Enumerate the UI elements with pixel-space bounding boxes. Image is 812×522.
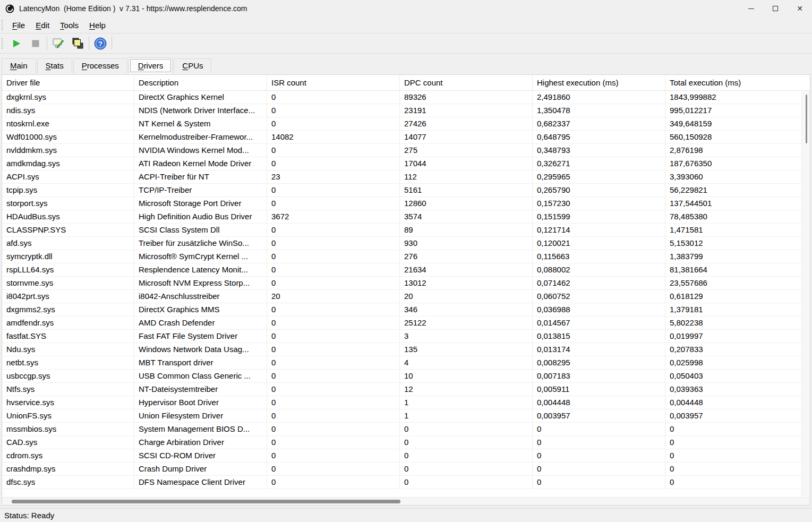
table-row[interactable]: dfsc.sysDFS Namespace Client Driver0000 [2, 476, 810, 489]
tab-cpus[interactable]: CPUs [174, 58, 211, 73]
table-cell: 4 [400, 356, 533, 369]
table-cell: 0 [267, 330, 400, 343]
table-row[interactable]: afd.sysTreiber für zusätzliche WinSo...0… [2, 237, 810, 250]
column-header-highest-execution-ms[interactable]: Highest execution (ms) [533, 75, 665, 90]
table-cell: 0,013815 [533, 330, 665, 343]
table-cell: 0 [267, 463, 400, 475]
table-row[interactable]: ACPI.sysACPI-Treiber für NT231120,295965… [2, 170, 810, 184]
table-cell: 187,676350 [665, 157, 810, 170]
menu-item-tools[interactable]: Tools [55, 19, 84, 31]
table-row[interactable]: hvservice.sysHypervisor Boot Driver010,0… [2, 396, 810, 409]
column-header-dpc-count[interactable]: DPC count [400, 75, 533, 90]
column-header-description[interactable]: Description [134, 75, 267, 90]
table-cell: Treiber für zusätzliche WinSo... [134, 237, 267, 250]
table-row[interactable]: ntoskrnl.exeNT Kernel & System0274260,68… [2, 117, 810, 131]
table-row[interactable]: mssmbios.sysSystem Management BIOS D...0… [2, 423, 810, 436]
status-bar: Status: Ready [0, 508, 812, 522]
horizontal-scrollbar[interactable] [2, 497, 810, 505]
table-cell: 0 [400, 476, 533, 489]
table-row[interactable]: ndis.sysNDIS (Network Driver Interface..… [2, 104, 810, 117]
table-cell: i8042-Anschlusstreiber [134, 290, 267, 303]
table-row[interactable]: netbt.sysMBT Transport driver040,0082950… [2, 356, 810, 370]
table-cell: HDAudBus.sys [2, 210, 134, 223]
table-row[interactable]: amdfendr.sysAMD Crash Defender0251220,01… [2, 316, 810, 330]
vertical-scrollbar-thumb[interactable] [806, 95, 807, 143]
close-icon: ✕ [797, 5, 803, 12]
table-cell: 0,025998 [665, 356, 810, 369]
column-header-total-execution-ms[interactable]: Total execution (ms) [665, 75, 810, 90]
table-cell: ntoskrnl.exe [2, 117, 134, 130]
toolbar-gripper-handle[interactable] [2, 38, 4, 49]
table-row[interactable]: crashdmp.sysCrash Dump Driver0000 [2, 463, 810, 476]
table-row[interactable]: Ndu.sysWindows Network Data Usag...01350… [2, 343, 810, 356]
table-cell: ATI Radeon Kernel Mode Driver [134, 157, 267, 170]
table-row[interactable]: stornvme.sysMicrosoft NVM Express Storp.… [2, 277, 810, 290]
table-row[interactable]: i8042prt.sysi8042-Anschlusstreiber20200,… [2, 290, 810, 303]
table-cell: dfsc.sys [2, 476, 134, 489]
table-row[interactable]: nvlddmkm.sysNVIDIA Windows Kernel Mod...… [2, 144, 810, 157]
table-cell: 10 [400, 370, 533, 382]
table-cell: 0 [533, 423, 665, 435]
menu-item-help[interactable]: Help [84, 19, 111, 31]
vertical-scrollbar[interactable] [801, 91, 810, 497]
table-cell: 1 [400, 396, 533, 409]
tab-main[interactable]: Main [2, 58, 36, 73]
options-button[interactable] [49, 35, 68, 52]
table-row[interactable]: CAD.sysCharge Arbiration Driver0000 [2, 436, 810, 449]
help-circle-icon: ? [93, 37, 107, 50]
menu-item-file[interactable]: File [7, 19, 30, 31]
table-row[interactable]: Wdf01000.sysKernelmodustreiber-Framewor.… [2, 131, 810, 144]
table-row[interactable]: usbccgp.sysUSB Common Class Generic ...0… [2, 370, 810, 383]
table-cell: 20 [400, 290, 533, 303]
table-cell: 0,121714 [533, 224, 665, 236]
menu-gripper-handle[interactable] [2, 20, 4, 30]
table-row[interactable]: cdrom.sysSCSI CD-ROM Driver0000 [2, 449, 810, 463]
table-cell: 0 [400, 449, 533, 462]
toolbar: ? [0, 33, 812, 54]
table-cell: ACPI.sys [2, 170, 134, 183]
help-button[interactable]: ? [91, 35, 110, 52]
column-header-isr-count[interactable]: ISR count [267, 75, 400, 90]
table-row[interactable]: HDAudBus.sysHigh Definition Audio Bus Dr… [2, 210, 810, 224]
table-row[interactable]: dxgkrnl.sysDirectX Graphics Kernel089326… [2, 91, 810, 104]
table-cell: 0,120021 [533, 237, 665, 250]
table-row[interactable]: symcryptk.dllMicrosoft® SymCrypt Kernel … [2, 250, 810, 263]
table-cell: 0,013174 [533, 343, 665, 356]
tab-strip: MainStatsProcessesDriversCPUs [0, 54, 812, 73]
table-cell: 0 [267, 436, 400, 449]
menu-item-edit[interactable]: Edit [30, 19, 55, 31]
table-row[interactable]: storport.sysMicrosoft Storage Port Drive… [2, 197, 810, 210]
table-cell: 0 [267, 224, 400, 236]
status-text: Status: Ready [4, 511, 54, 520]
table-cell: hvservice.sys [2, 396, 134, 409]
table-row[interactable]: dxgmms2.sysDirectX Graphics MMS03460,036… [2, 303, 810, 316]
table-cell: Union Filesystem Driver [134, 409, 267, 422]
table-cell: symcryptk.dll [2, 250, 134, 263]
table-cell: 0,004448 [533, 396, 665, 409]
column-header-driver-file[interactable]: Driver file [2, 75, 134, 90]
tab-stats[interactable]: Stats [37, 58, 72, 73]
table-row[interactable]: UnionFS.sysUnion Filesystem Driver010,00… [2, 409, 810, 423]
table-row[interactable]: amdkmdag.sysATI Radeon Kernel Mode Drive… [2, 157, 810, 170]
table-row[interactable]: tcpip.sysTCP/IP-Treiber051610,26579056,2… [2, 184, 810, 197]
table-row[interactable]: rspLLL64.sysResplendence Latency Monit..… [2, 263, 810, 277]
table-row[interactable]: fastfat.SYSFast FAT File System Driver03… [2, 330, 810, 343]
tab-processes[interactable]: Processes [73, 58, 127, 73]
table-cell: Fast FAT File System Driver [134, 330, 267, 343]
tab-drivers[interactable]: Drivers [129, 57, 173, 74]
start-monitor-button[interactable] [7, 35, 26, 52]
table-cell: 0 [267, 343, 400, 356]
table-cell: MBT Transport driver [134, 356, 267, 369]
stop-monitor-button[interactable] [26, 35, 45, 52]
report-button[interactable] [68, 35, 87, 52]
table-row[interactable]: CLASSPNP.SYSSCSI Class System Dll0890,12… [2, 224, 810, 237]
table-cell: 0,014567 [533, 316, 665, 329]
table-cell: dxgkrnl.sys [2, 91, 134, 104]
minimize-button[interactable] [739, 0, 763, 17]
horizontal-scrollbar-thumb[interactable] [12, 500, 400, 503]
maximize-button[interactable] [763, 0, 788, 17]
table-row[interactable]: Ntfs.sysNT-Dateisystemtreiber0120,005911… [2, 383, 810, 396]
table-cell: Microsoft Storage Port Driver [134, 197, 267, 210]
table-cell: 0 [267, 184, 400, 196]
close-button[interactable]: ✕ [788, 0, 812, 17]
